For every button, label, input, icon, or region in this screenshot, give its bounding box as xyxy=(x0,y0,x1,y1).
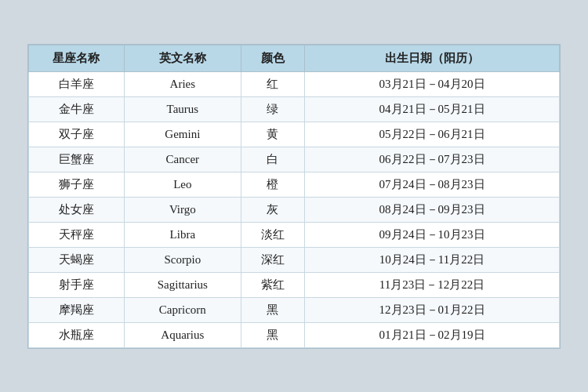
cell-chinese: 巨蟹座 xyxy=(29,147,125,172)
table-row: 双子座Gemini黄05月22日－06月21日 xyxy=(29,122,560,147)
table-row: 处女座Virgo灰08月24日－09月23日 xyxy=(29,197,560,222)
cell-english: Leo xyxy=(124,172,241,197)
cell-chinese: 摩羯座 xyxy=(29,297,125,322)
cell-english: Gemini xyxy=(124,122,241,147)
cell-chinese: 天秤座 xyxy=(29,222,125,247)
table-header-row: 星座名称 英文名称 颜色 出生日期（阳历） xyxy=(29,45,560,71)
cell-date: 04月21日－05月21日 xyxy=(305,96,560,122)
cell-date: 08月24日－09月23日 xyxy=(305,197,560,222)
cell-english: Capricorn xyxy=(124,297,241,322)
cell-date: 01月21日－02月19日 xyxy=(305,322,560,347)
header-date: 出生日期（阳历） xyxy=(305,45,560,71)
cell-date: 05月22日－06月21日 xyxy=(305,122,560,147)
cell-color: 黑 xyxy=(241,297,304,322)
cell-date: 09月24日－10月23日 xyxy=(305,222,560,247)
cell-date: 10月24日－11月22日 xyxy=(305,247,560,272)
cell-chinese: 金牛座 xyxy=(29,96,125,122)
cell-english: Sagittarius xyxy=(124,272,241,297)
cell-color: 深红 xyxy=(241,247,304,272)
cell-chinese: 水瓶座 xyxy=(29,322,125,347)
zodiac-table: 星座名称 英文名称 颜色 出生日期（阳历） 白羊座Aries红03月21日－04… xyxy=(28,45,560,348)
cell-color: 红 xyxy=(241,71,304,96)
cell-english: Taurus xyxy=(124,96,241,122)
zodiac-table-container: 星座名称 英文名称 颜色 出生日期（阳历） 白羊座Aries红03月21日－04… xyxy=(27,44,561,349)
cell-english: Libra xyxy=(124,222,241,247)
table-row: 巨蟹座Cancer白06月22日－07月23日 xyxy=(29,147,560,172)
cell-chinese: 白羊座 xyxy=(29,71,125,96)
cell-date: 11月23日－12月22日 xyxy=(305,272,560,297)
cell-chinese: 处女座 xyxy=(29,197,125,222)
cell-english: Virgo xyxy=(124,197,241,222)
cell-date: 12月23日－01月22日 xyxy=(305,297,560,322)
cell-english: Cancer xyxy=(124,147,241,172)
header-chinese: 星座名称 xyxy=(29,45,125,71)
cell-chinese: 射手座 xyxy=(29,272,125,297)
cell-color: 黑 xyxy=(241,322,304,347)
cell-color: 绿 xyxy=(241,96,304,122)
cell-chinese: 双子座 xyxy=(29,122,125,147)
header-english: 英文名称 xyxy=(124,45,241,71)
table-row: 狮子座Leo橙07月24日－08月23日 xyxy=(29,172,560,197)
cell-color: 紫红 xyxy=(241,272,304,297)
table-body: 白羊座Aries红03月21日－04月20日金牛座Taurus绿04月21日－0… xyxy=(29,71,560,347)
cell-english: Aries xyxy=(124,71,241,96)
table-row: 水瓶座Aquarius黑01月21日－02月19日 xyxy=(29,322,560,347)
cell-date: 03月21日－04月20日 xyxy=(305,71,560,96)
table-row: 天秤座Libra淡红09月24日－10月23日 xyxy=(29,222,560,247)
cell-color: 黄 xyxy=(241,122,304,147)
cell-date: 06月22日－07月23日 xyxy=(305,147,560,172)
table-row: 白羊座Aries红03月21日－04月20日 xyxy=(29,71,560,96)
table-row: 天蝎座Scorpio深红10月24日－11月22日 xyxy=(29,247,560,272)
cell-color: 淡红 xyxy=(241,222,304,247)
cell-english: Aquarius xyxy=(124,322,241,347)
table-row: 金牛座Taurus绿04月21日－05月21日 xyxy=(29,96,560,122)
table-row: 射手座Sagittarius紫红11月23日－12月22日 xyxy=(29,272,560,297)
cell-color: 白 xyxy=(241,147,304,172)
cell-chinese: 天蝎座 xyxy=(29,247,125,272)
cell-chinese: 狮子座 xyxy=(29,172,125,197)
table-row: 摩羯座Capricorn黑12月23日－01月22日 xyxy=(29,297,560,322)
cell-english: Scorpio xyxy=(124,247,241,272)
cell-color: 灰 xyxy=(241,197,304,222)
cell-color: 橙 xyxy=(241,172,304,197)
cell-date: 07月24日－08月23日 xyxy=(305,172,560,197)
header-color: 颜色 xyxy=(241,45,304,71)
